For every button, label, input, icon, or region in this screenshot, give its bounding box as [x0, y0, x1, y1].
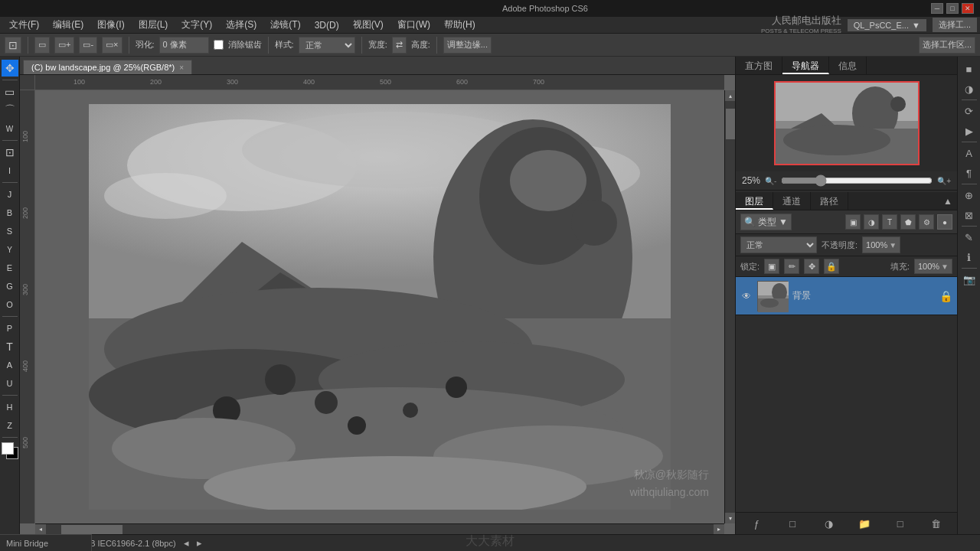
canvas-viewport[interactable]: 秋凉@秋影随行 withqiuliang.com — [35, 90, 724, 523]
type-tool[interactable]: T — [2, 338, 18, 355]
v-scroll-down-btn[interactable]: ▾ — [725, 513, 736, 523]
move-tool[interactable]: ✥ — [2, 60, 18, 77]
strip-notes-btn[interactable]: ✎ — [960, 228, 978, 246]
add-selection-btn[interactable]: ▭+ — [54, 37, 74, 54]
menu-filter[interactable]: 滤镜(T) — [264, 17, 306, 33]
mini-bridge-label[interactable]: Mini Bridge — [0, 534, 92, 551]
v-scroll-track[interactable] — [725, 101, 736, 513]
swap-dimensions-btn[interactable]: ⇄ — [392, 37, 407, 54]
v-scrollbar[interactable]: ▴ ▾ — [724, 90, 735, 523]
layer-new-btn[interactable]: □ — [893, 516, 908, 531]
strip-adjustments-btn[interactable]: ◑ — [960, 80, 978, 98]
layer-mode-select[interactable]: 正常 溶解 正片叠底 — [740, 236, 817, 253]
layer-filter-smart-btn[interactable]: ⚙ — [919, 214, 934, 230]
nav-zoom-in-icon[interactable]: 🔍+ — [937, 177, 951, 185]
lock-image-btn[interactable]: ✏ — [784, 259, 799, 274]
menu-window[interactable]: 窗口(W) — [391, 17, 436, 33]
tab-paths[interactable]: 路径 — [811, 192, 848, 210]
opacity-stepper[interactable]: ▼ — [889, 241, 897, 249]
layer-effects-btn[interactable]: ƒ — [749, 516, 764, 531]
intersect-selection-btn[interactable]: ▭× — [102, 37, 122, 54]
next-frame-btn[interactable]: ▸ — [197, 537, 202, 549]
path-select-tool[interactable]: A — [2, 357, 18, 373]
h-scroll-thumb[interactable] — [61, 525, 122, 534]
refine-edge-btn[interactable]: 调整边缘... — [443, 37, 492, 54]
strip-info2-btn[interactable]: ℹ — [960, 248, 978, 266]
layer-type-filter[interactable]: 🔍 类型 ▼ — [740, 214, 792, 230]
fill-stepper[interactable]: ▼ — [941, 262, 949, 271]
hand-tool[interactable]: H — [2, 399, 18, 416]
tab-info[interactable]: 信息 — [829, 57, 867, 74]
strip-zoom-btn[interactable]: ⊕ — [960, 186, 978, 204]
h-scroll-right-btn[interactable]: ▸ — [714, 524, 724, 535]
canvas-wrapper[interactable]: 100 200 300 400 500 600 700 100 200 — [20, 75, 735, 534]
minimize-button[interactable]: ─ — [931, 3, 943, 14]
h-scroll-track[interactable] — [46, 524, 714, 535]
new-selection-btn[interactable]: ▭ — [34, 37, 50, 54]
layer-delete-btn[interactable]: 🗑 — [929, 516, 944, 531]
strip-camera-btn[interactable]: 📷 — [960, 270, 978, 289]
close-button[interactable]: ✕ — [962, 3, 974, 14]
layer-adjustment-btn[interactable]: ◑ — [821, 516, 836, 531]
menu-image[interactable]: 图像(I) — [91, 17, 130, 33]
lock-position-btn[interactable]: ✥ — [804, 259, 819, 274]
pen-tool[interactable]: P — [2, 320, 18, 337]
strip-measure-btn[interactable]: ⊠ — [960, 206, 978, 224]
strip-color-btn[interactable]: ■ — [960, 60, 978, 78]
document-tab[interactable]: (C) bw landscape.jpg @ 25%(RGB/8*) × — [23, 60, 192, 74]
history-brush-tool[interactable]: Y — [2, 241, 18, 258]
menu-edit[interactable]: 编辑(E) — [47, 17, 90, 33]
zoom-tool[interactable]: Z — [2, 417, 18, 434]
gradient-tool[interactable]: G — [2, 278, 18, 295]
layer-visibility-toggle[interactable]: 👁 — [740, 290, 753, 302]
fill-field[interactable]: 100% ▼ — [914, 259, 952, 274]
v-scroll-thumb[interactable] — [726, 109, 735, 139]
menu-type[interactable]: 文字(Y) — [175, 17, 218, 33]
shape-tool[interactable]: U — [2, 375, 18, 392]
tab-histogram[interactable]: 直方图 — [736, 57, 782, 74]
select-tool-panel-btn[interactable]: 选择工作区... — [919, 37, 975, 54]
layer-item-background[interactable]: 👁 背景 🔒 — [736, 277, 957, 315]
crop-tool[interactable]: ⊡ — [2, 144, 18, 161]
layer-mask-btn[interactable]: □ — [785, 516, 800, 531]
nav-preview-image[interactable] — [774, 81, 920, 165]
maximize-button[interactable]: □ — [946, 3, 959, 14]
fg-bg-colors[interactable] — [2, 442, 18, 459]
eraser-tool[interactable]: E — [2, 259, 18, 276]
lasso-tool[interactable]: ⌒ — [2, 102, 18, 119]
tab-navigator[interactable]: 导航器 — [782, 57, 829, 74]
smooth-checkbox[interactable] — [214, 40, 224, 50]
h-scrollbar[interactable]: ◂ ▸ — [35, 523, 724, 534]
strip-actions-btn[interactable]: ▶ — [960, 122, 978, 140]
tab-channels[interactable]: 通道 — [773, 192, 811, 210]
menu-select[interactable]: 选择(S) — [220, 17, 263, 33]
layer-filter-toggle-btn[interactable]: ● — [937, 214, 952, 230]
opacity-field[interactable]: 100% ▼ — [862, 236, 900, 253]
clone-stamp-tool[interactable]: S — [2, 223, 18, 240]
quick-select-tool[interactable]: W — [2, 120, 18, 137]
lock-all-btn[interactable]: 🔒 — [824, 259, 839, 274]
tab-layers[interactable]: 图层 — [736, 192, 773, 210]
layer-filter-type-btn[interactable]: T — [882, 214, 897, 230]
layer-filter-adjust-btn[interactable]: ◑ — [864, 214, 879, 230]
h-scroll-left-btn[interactable]: ◂ — [35, 524, 46, 535]
layer-filter-shape-btn[interactable]: ⬟ — [900, 214, 916, 230]
menu-view[interactable]: 视图(V) — [347, 17, 390, 33]
prev-frame-btn[interactable]: ◂ — [184, 537, 189, 549]
marquee-tool[interactable]: ▭ — [2, 83, 18, 100]
menu-file[interactable]: 文件(F) — [3, 17, 45, 33]
tool-options-icon[interactable]: ⊡ — [5, 37, 21, 54]
nav-zoom-out-icon[interactable]: 🔍- — [765, 177, 776, 185]
menu-3d[interactable]: 3D(D) — [309, 18, 345, 32]
strip-history-btn[interactable]: ⟳ — [960, 102, 978, 120]
lock-transparent-btn[interactable]: ▣ — [764, 259, 779, 274]
tool-panel-toggle[interactable]: 选择工... — [933, 18, 977, 32]
menu-layer[interactable]: 图层(L) — [132, 17, 175, 33]
strip-paragraph-btn[interactable]: ¶ — [960, 164, 978, 182]
menu-help[interactable]: 帮助(H) — [438, 17, 482, 33]
eyedropper-tool[interactable]: I — [2, 162, 18, 179]
feather-input[interactable] — [159, 37, 209, 54]
layer-group-btn[interactable]: 📁 — [857, 516, 872, 531]
nav-zoom-slider[interactable] — [781, 174, 933, 187]
v-scroll-up-btn[interactable]: ▴ — [725, 90, 736, 101]
